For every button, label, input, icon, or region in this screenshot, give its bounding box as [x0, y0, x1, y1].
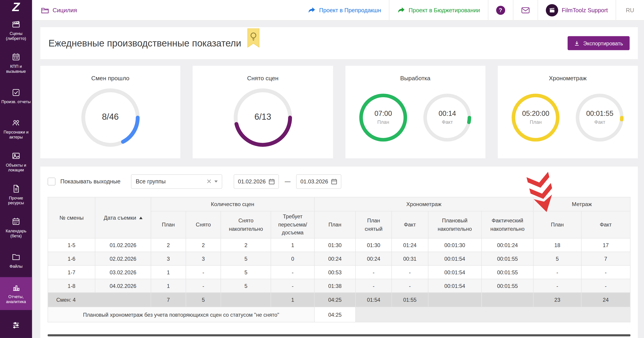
- sidebar-item-label: Персонажи и актеры: [1, 130, 31, 140]
- budgeting-link[interactable]: Проект в Бюджетировании: [389, 0, 488, 20]
- summary-cell: 01:55: [392, 292, 428, 307]
- sidebar-item-label: Файлы: [10, 264, 23, 269]
- table-cell: 00:01:55: [482, 279, 533, 293]
- summary-row: Смен: 4 7 5 1 04:25 01:54 01:55 23: [48, 292, 630, 307]
- help-button[interactable]: ?: [488, 0, 513, 20]
- table-row[interactable]: 1-602.02.2026335000:2400:2400:3100:01:54…: [48, 252, 630, 265]
- table-cell: 7: [581, 252, 630, 265]
- table-cell: 04.02.2026: [95, 279, 151, 293]
- table-cell: 1-7: [48, 265, 95, 279]
- footer-plan-value: 04:25: [314, 307, 356, 322]
- preproduction-link[interactable]: Проект в Препродакшн: [300, 0, 389, 20]
- sidebar-item-label: Календарь (бета): [1, 229, 31, 239]
- summary-cell: [221, 292, 271, 307]
- sidebar-item-other-resources[interactable]: Прочие ресурсы: [0, 179, 32, 211]
- stat-title: Снято сцен: [247, 75, 278, 81]
- daily-metrics-table: № смены Дата съемки Количество сцен Хрон…: [48, 197, 630, 322]
- sidebar-item-reports-analytics[interactable]: Отчеты, аналитика: [0, 277, 32, 310]
- table-row[interactable]: 1-501.02.2026222101:3001:3001:2400:01:30…: [48, 238, 630, 252]
- summary-cell: 1: [271, 292, 314, 307]
- subheader: План снятый: [356, 211, 392, 238]
- subheader: План: [151, 211, 186, 238]
- table-cell: -: [581, 265, 630, 279]
- table-wrap: № смены Дата съемки Количество сцен Хрон…: [48, 197, 630, 322]
- checkbox[interactable]: [48, 178, 55, 185]
- footer-row: Плановый хронометраж без учета повторяющ…: [48, 307, 630, 322]
- output-fact-gauge: 00:14 Факт: [422, 92, 472, 142]
- forward-arrow-green-icon: [397, 7, 405, 13]
- image-icon: [12, 151, 20, 160]
- gauge-value: 07:00: [374, 110, 392, 118]
- gauge-label: Факт: [594, 119, 605, 125]
- budgeting-label: Проект в Бюджетировании: [409, 7, 480, 13]
- table-cell: -: [534, 265, 581, 279]
- table-cell: 1: [151, 279, 186, 293]
- table-cell: 17: [581, 238, 630, 252]
- date-to-input[interactable]: 01.03.2026: [296, 174, 342, 188]
- summary-label: Смен: 4: [48, 292, 151, 307]
- page-header: Ежедневные производственные показатели Э…: [40, 27, 638, 59]
- table-cell: 00:53: [314, 265, 356, 279]
- hint-bookmark-lightbulb-icon[interactable]: [247, 28, 260, 50]
- gauge-value: 00:01:55: [586, 110, 614, 118]
- table-cell: 01:24: [392, 238, 428, 252]
- table-cell: 00:24: [356, 252, 392, 265]
- sidebar-item-files[interactable]: Файлы: [0, 244, 32, 277]
- page-title: Ежедневные производственные показатели: [48, 38, 241, 49]
- table-row[interactable]: 1-703.02.20261-5-00:53--00:01:5400:01:55…: [48, 265, 630, 279]
- support-link[interactable]: FilmToolz Support: [538, 0, 616, 20]
- calendar-icon[interactable]: [269, 178, 275, 184]
- table-cell: 1-8: [48, 279, 95, 293]
- calendar-icon[interactable]: [331, 178, 337, 184]
- horizontal-scrollbar[interactable]: [48, 334, 630, 336]
- show-weekends-toggle[interactable]: Показывать выходные: [48, 178, 120, 185]
- col-header-date[interactable]: Дата съемки: [95, 197, 151, 238]
- table-cell: 1-6: [48, 252, 95, 265]
- language-switcher[interactable]: RU: [616, 0, 644, 20]
- table-cell: -: [534, 279, 581, 293]
- table-row[interactable]: 1-804.02.20261-5-01:38--00:01:5400:01:55…: [48, 279, 630, 293]
- project-name: Сицилия: [52, 7, 77, 13]
- app-logo[interactable]: Z: [0, 0, 32, 14]
- stat-card-scenes-shot: Снято сцен 6/13: [193, 66, 333, 158]
- sort-asc-icon: [139, 217, 142, 219]
- calendar-icon: [12, 217, 20, 226]
- sidebar-item-callsheets[interactable]: КПП и вызывные: [0, 47, 32, 80]
- sidebar-item-characters-actors[interactable]: Персонажи и актеры: [0, 113, 32, 145]
- groups-select[interactable]: Все группы: [131, 174, 222, 188]
- sidebar-item-calendar-beta[interactable]: Календарь (бета): [0, 211, 32, 244]
- export-button[interactable]: Экспортировать: [568, 36, 630, 50]
- scenes-gauge: 6/13: [232, 87, 294, 148]
- table-cell: 3: [151, 252, 186, 265]
- stat-card-output: Выработка 07:00 План 00:14: [345, 66, 485, 158]
- date-from-input[interactable]: 01.02.2026: [234, 174, 279, 188]
- preproduction-label: Проект в Препродакшн: [319, 7, 381, 13]
- table-cell: 01:30: [314, 238, 356, 252]
- gauge-value: 8/46: [102, 112, 119, 122]
- sidebar-item-production-reports[interactable]: Произв. отчеты: [0, 80, 32, 113]
- messages-button[interactable]: [513, 0, 538, 20]
- folder-icon: [12, 252, 20, 261]
- table-cell: -: [392, 279, 428, 293]
- main-area: Сицилия Проект в Препродакшн Проект в Бю…: [32, 0, 644, 338]
- document-icon: [12, 184, 20, 193]
- filmtoolz-logo-icon: [546, 4, 558, 16]
- shifts-gauge: 8/46: [80, 87, 141, 148]
- sidebar-item-locations[interactable]: Объекты и локации: [0, 145, 32, 179]
- summary-cell: 5: [186, 292, 221, 307]
- stats-row: Смен прошло 8/46 Снято сцен: [40, 66, 638, 158]
- help-icon: ?: [496, 6, 505, 15]
- sidebar: Z Сцены (либретто) КПП и вызывные Произв…: [0, 0, 32, 338]
- clear-icon[interactable]: [207, 179, 211, 183]
- date-from-value: 01.02.2026: [238, 178, 266, 184]
- project-breadcrumb[interactable]: Сицилия: [32, 0, 77, 20]
- sidebar-item-settings[interactable]: [0, 310, 32, 338]
- table-cell: 1: [151, 265, 186, 279]
- sidebar-item-label: Произв. отчеты: [1, 99, 31, 104]
- subheader: Фактический накопительно: [482, 211, 533, 238]
- sidebar-item-scenes[interactable]: Сцены (либретто): [0, 14, 32, 47]
- summary-cell: 7: [151, 292, 186, 307]
- date-to-value: 01.03.2026: [300, 178, 328, 184]
- table-cell: 00:01:55: [482, 252, 533, 265]
- subheader: Снято накопительно: [221, 211, 271, 238]
